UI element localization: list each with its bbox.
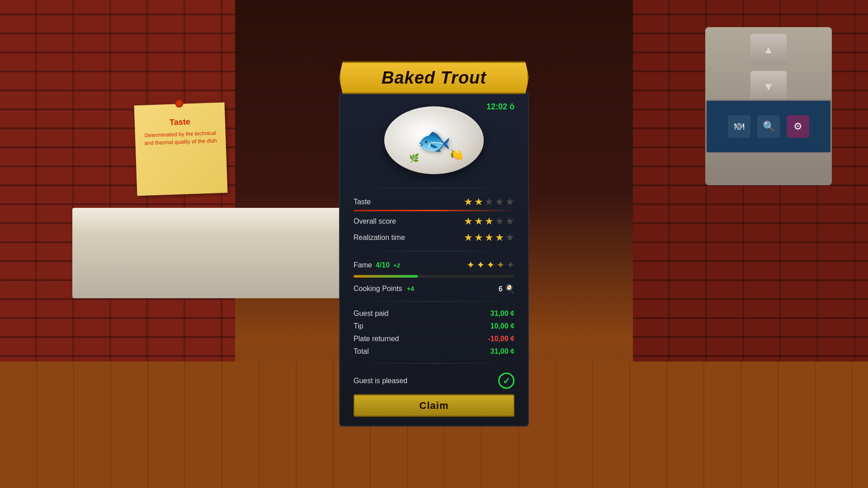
chef-hat-icon: 🍳 (505, 284, 514, 293)
fame-icon-5: ✦ (506, 259, 514, 271)
screen-icon-3[interactable]: ⚙ (787, 115, 809, 138)
lemon-icon: 🍋 (450, 148, 463, 161)
fame-icons: ✦ ✦ ✦ ✦ ✦ (467, 259, 514, 271)
tip-value: 10,00 ¢ (491, 322, 514, 330)
cooking-points-row: Cooking Points +4 6 🍳 (354, 282, 514, 296)
fame-bar-container (354, 275, 514, 278)
guest-paid-label: Guest paid (354, 310, 388, 318)
fame-bar-fill (354, 275, 418, 278)
taste-star-5: ★ (505, 196, 514, 208)
divider-1 (354, 188, 514, 188)
realization-time-row: Realization time ★ ★ ★ ★ ★ (354, 230, 514, 246)
taste-star-3: ★ (485, 196, 494, 208)
taste-star-4: ★ (495, 196, 504, 208)
elevator-up-button[interactable]: ▲ (750, 34, 787, 66)
overall-score-row: Overall score ★ ★ ★ ★ ★ (354, 213, 514, 230)
overall-star-2: ★ (474, 216, 483, 227)
plate-returned-row: Plate returned -10,00 ¢ (354, 333, 514, 345)
herb-icon: 🌿 (409, 153, 419, 163)
fame-icon-4: ✦ (496, 259, 505, 271)
overall-score-stars: ★ ★ ★ ★ ★ (464, 216, 514, 227)
fame-label: Fame (354, 261, 372, 269)
divider-3 (354, 301, 514, 302)
fame-icon-3: ✦ (486, 259, 495, 271)
title-banner: Baked Trout (339, 61, 529, 94)
total-row: Total 31,00 ¢ (354, 345, 514, 358)
cooking-points-right: 6 🍳 (499, 284, 514, 294)
real-star-3: ★ (485, 232, 494, 244)
pin (175, 99, 184, 108)
dish-area: 12:02 ô 🐟 🍋 🌿 (354, 102, 514, 179)
sticky-note-title: Taste (143, 116, 217, 128)
screen-panel: 🍽 🔍 ⚙ (705, 99, 832, 154)
realization-time-label: Realization time (354, 234, 405, 242)
overall-star-1: ★ (464, 216, 473, 227)
taste-star-2: ★ (474, 196, 483, 208)
divider-4 (354, 363, 514, 364)
total-value: 31,00 ¢ (491, 347, 514, 356)
real-star-1: ★ (464, 232, 473, 244)
fame-left: Fame 4/10 +2 (354, 261, 400, 269)
tip-label: Tip (354, 322, 363, 330)
check-circle-icon: ✓ (498, 373, 514, 389)
divider-2 (354, 251, 514, 252)
guest-paid-value: 31,00 ¢ (491, 310, 514, 318)
cooking-points-bonus: +4 (407, 285, 414, 292)
fame-fraction: 4/10 (376, 261, 390, 269)
total-label: Total (354, 347, 369, 356)
screen-icon-2[interactable]: 🔍 (757, 115, 780, 138)
fame-bonus: +2 (393, 262, 400, 268)
plate-returned-value: -10,00 ¢ (488, 335, 514, 343)
real-star-4: ★ (495, 232, 504, 244)
tip-row: Tip 10,00 ¢ (354, 320, 514, 333)
fame-row: Fame 4/10 +2 ✦ ✦ ✦ ✦ ✦ (354, 257, 514, 273)
fame-icon-1: ✦ (467, 259, 475, 271)
plate-returned-label: Plate returned (354, 335, 399, 343)
cooking-points-label: Cooking Points (354, 285, 402, 292)
overall-score-label: Overall score (354, 217, 396, 225)
taste-label: Taste (354, 198, 371, 206)
claim-button[interactable]: Claim (354, 394, 514, 417)
timer-badge: 12:02 ô (486, 102, 514, 112)
overall-star-3: ★ (485, 216, 494, 227)
guest-pleased-label: Guest is pleased (354, 377, 407, 385)
elevator-down-button[interactable]: ▼ (750, 71, 787, 103)
dish-title: Baked Trout (382, 68, 486, 87)
claim-button-wrapper: Claim (354, 394, 514, 417)
cooking-points-value: 6 (499, 285, 503, 293)
result-card-wrapper: Baked Trout 12:02 ô 🐟 🍋 🌿 Taste ★ ★ ★ ★ … (339, 61, 529, 427)
taste-row: Taste ★ ★ ★ ★ ★ (354, 194, 514, 210)
guest-paid-row: Guest paid 31,00 ¢ (354, 307, 514, 320)
sticky-note: Taste Determinated by the technical and … (134, 103, 228, 196)
real-star-2: ★ (474, 232, 483, 244)
fame-icon-2: ✦ (476, 259, 485, 271)
sticky-note-description: Determinated by the technical and therma… (143, 129, 218, 147)
taste-star-1: ★ (464, 196, 473, 208)
cooking-points-left: Cooking Points +4 (354, 285, 414, 293)
main-card: 12:02 ô 🐟 🍋 🌿 Taste ★ ★ ★ ★ ★ Overall sc… (339, 92, 529, 427)
plate: 🐟 🍋 🌿 (384, 107, 484, 174)
taste-bar (354, 210, 514, 211)
overall-star-4: ★ (495, 216, 504, 227)
overall-star-5: ★ (505, 216, 514, 227)
fish-icon: 🐟 (417, 124, 451, 156)
guest-pleased-row: Guest is pleased ✓ (354, 369, 514, 393)
screen-icon-1[interactable]: 🍽 (728, 115, 750, 138)
real-star-5: ★ (505, 232, 514, 244)
realization-time-stars: ★ ★ ★ ★ ★ (464, 232, 514, 244)
taste-stars: ★ ★ ★ ★ ★ (464, 196, 514, 208)
